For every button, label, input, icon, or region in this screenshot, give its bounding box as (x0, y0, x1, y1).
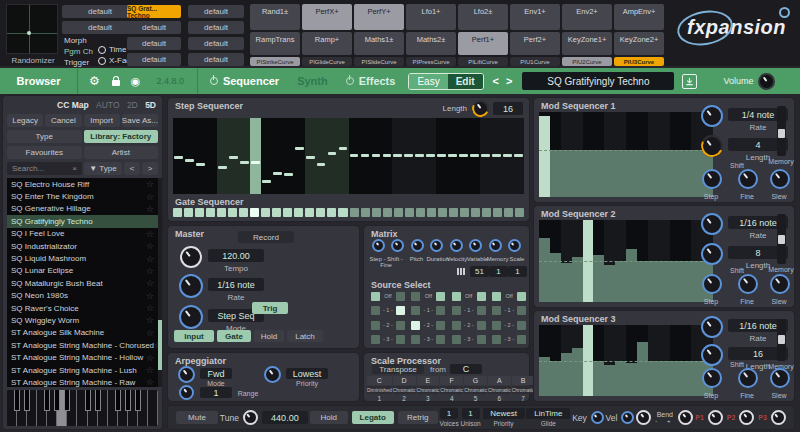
matrix-source-cell[interactable] (411, 321, 420, 330)
preset-item[interactable]: ST Analogue String Machine - Chorused☆ (7, 339, 158, 351)
matrix-source-cell[interactable] (371, 292, 380, 301)
pitch-step-grid[interactable] (173, 118, 524, 194)
gate-step-row[interactable] (173, 208, 524, 217)
scale-note-button[interactable]: D (393, 376, 416, 385)
variable-value[interactable]: 51 (470, 266, 489, 277)
favourite-star-icon[interactable]: ☆ (146, 303, 154, 313)
gate-cell[interactable] (217, 208, 226, 217)
mod-seq-bar[interactable] (659, 112, 670, 197)
matrix-source-cell[interactable] (492, 335, 501, 344)
preset-item[interactable]: ST Analogue String Machine - Hollow☆ (7, 351, 158, 363)
mod-seq-bar[interactable] (572, 112, 583, 197)
step-cell[interactable] (414, 118, 425, 194)
arp-range-knob[interactable] (179, 385, 194, 400)
arp-priority-knob[interactable] (264, 366, 281, 383)
matrix-source-cell[interactable] (411, 292, 420, 301)
settings-gear-icon[interactable]: ⚙ (89, 74, 100, 88)
pgm-ch-label[interactable]: Pgm Ch (64, 47, 93, 56)
gate-cell[interactable] (383, 208, 392, 217)
mod-button-lfo2±[interactable]: Lfo2± (458, 4, 508, 30)
step-cell[interactable] (513, 118, 524, 194)
matrix-source-cell[interactable] (436, 335, 445, 344)
mod-button-piu3curve[interactable]: PIU3Curve (614, 57, 664, 66)
mod-seq-2-memory-slider[interactable] (777, 214, 786, 264)
trig-button[interactable]: Trig (252, 302, 288, 314)
hold-button[interactable]: Hold (254, 330, 284, 342)
5d-label[interactable]: 5D (145, 100, 156, 110)
step-length-knob[interactable] (472, 100, 489, 117)
matrix-source-cell[interactable] (411, 335, 420, 344)
p2-knob[interactable] (739, 410, 754, 425)
matrix-source-cell[interactable] (477, 321, 486, 330)
cc-map-label[interactable]: CC Map (57, 100, 89, 110)
matrix-source-cell[interactable] (436, 321, 445, 330)
matrix-shift-knob[interactable] (391, 239, 404, 252)
step-cell[interactable] (403, 118, 414, 194)
gate-cell[interactable] (405, 208, 414, 217)
tempo-knob[interactable] (180, 246, 202, 268)
mod-seq-bar[interactable] (648, 112, 659, 197)
matrix-source-cell[interactable] (436, 292, 445, 301)
save-as-button[interactable]: Save As... (122, 114, 158, 127)
matrix-step-knob[interactable] (372, 239, 385, 252)
cancel-button[interactable]: Cancel (45, 114, 81, 127)
matrix-variable-knob[interactable] (469, 239, 482, 252)
arp-range-value[interactable]: 1 (200, 387, 232, 398)
preset-item[interactable]: SQ Neon 1980s☆ (7, 290, 158, 302)
record-button[interactable]: Record (238, 231, 294, 243)
preset-item[interactable]: SQ Gratifyingly Techno☆ (7, 215, 158, 227)
mod-button-env2+[interactable]: Env2+ (562, 4, 612, 30)
step-cell[interactable] (261, 118, 272, 194)
mod-seq-1-slew-knob[interactable] (770, 169, 790, 189)
piano-white-key[interactable] (148, 390, 158, 426)
mod-seq-3-step-knob[interactable] (702, 368, 722, 388)
preset-item[interactable]: SQ Generative Hillage☆ (7, 203, 158, 215)
morph-slot-c2[interactable]: default (127, 21, 181, 34)
latch-button[interactable]: Latch (287, 330, 323, 342)
preset-item[interactable]: ST Analogue String Machine - Lush☆ (7, 364, 158, 376)
mod-button-rand1±[interactable]: Rand1± (250, 4, 300, 30)
piano-keyboard[interactable] (7, 390, 158, 426)
matrix-velocity-knob[interactable] (450, 239, 463, 252)
mod-seq-3-slew-knob[interactable] (770, 368, 790, 388)
mod-button-perfy+[interactable]: PerfY+ (354, 4, 404, 30)
step-cell[interactable] (327, 118, 338, 194)
gate-cell[interactable] (305, 208, 314, 217)
mod-button-perf2+[interactable]: Perf2+ (510, 32, 560, 55)
gate-cell[interactable] (316, 208, 325, 217)
step-cell[interactable] (305, 118, 316, 194)
mod-seq-1-memory-slider[interactable] (777, 106, 786, 156)
mod-button-piu2curve[interactable]: PIU2Curve (562, 57, 612, 66)
morph-slot-d4[interactable]: default (188, 53, 244, 66)
import-button[interactable]: Import (84, 114, 120, 127)
mod-seq-bar[interactable] (583, 112, 594, 197)
mod-seq-2-length-knob[interactable] (701, 243, 723, 265)
gate-cell[interactable] (438, 208, 447, 217)
tune-value[interactable]: 440.00 (262, 411, 308, 424)
gate-cell[interactable] (372, 208, 381, 217)
transpose-button[interactable]: Transpose (372, 364, 424, 374)
gate-cell[interactable] (294, 208, 303, 217)
matrix-source-cell[interactable] (452, 335, 461, 344)
xy-position-dot[interactable] (27, 31, 31, 35)
matrix-scale-knob[interactable] (508, 239, 521, 252)
step-cell[interactable] (316, 118, 327, 194)
piano-black-key[interactable] (14, 390, 20, 411)
matrix-pitch-knob[interactable] (411, 239, 424, 252)
mod-seq-2-rate-knob[interactable] (701, 213, 723, 235)
mod-button-perfx+[interactable]: PerfX+ (302, 4, 352, 30)
gate-cell[interactable] (482, 208, 491, 217)
mod-seq-1-fine-knob[interactable] (738, 169, 758, 189)
step-length-value[interactable]: 16 (493, 102, 523, 115)
mod-seq-bar[interactable] (604, 112, 615, 197)
gate-cell[interactable] (350, 208, 359, 217)
mod-button-piglidecurve[interactable]: PIGlideCurve (302, 57, 352, 66)
artist-button[interactable]: Artist (84, 146, 159, 159)
gate-cell[interactable] (272, 208, 281, 217)
arp-mode-value[interactable]: Fwd (200, 368, 232, 379)
step-cell[interactable] (349, 118, 360, 194)
step-cell[interactable] (359, 118, 370, 194)
scale-note-button[interactable]: B (512, 376, 535, 385)
mod-button-ampenv+[interactable]: AmpEnv+ (614, 4, 664, 30)
step-cell[interactable] (217, 118, 228, 194)
